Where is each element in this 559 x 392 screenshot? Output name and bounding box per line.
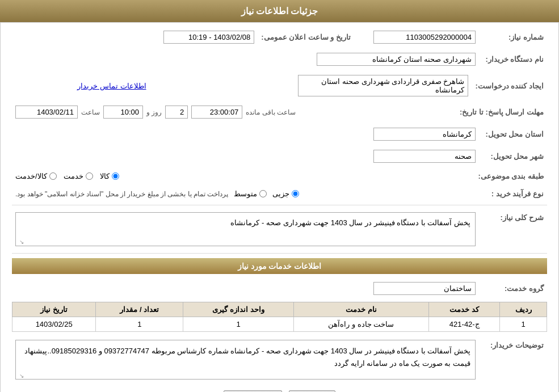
category-option-kala-khedmat-label: کالا/خدمت: [15, 172, 47, 180]
purchase-type-medium-label: متوسط: [234, 189, 257, 198]
purchase-type-radio-medium[interactable]: [259, 190, 267, 197]
deadline-label: مهلت ارسال پاسخ: تا تاریخ:: [456, 103, 547, 121]
requester-label: ایجاد کننده درخواست:: [472, 73, 547, 99]
buyer-notes-box: پخش آسفالت با دستگاه فینیشر در سال 1403 …: [15, 340, 476, 380]
deadline-days-label: روز و: [146, 108, 162, 116]
resize-handle[interactable]: ↘: [17, 238, 24, 245]
deadline-time-value: 10:00: [103, 106, 143, 119]
need-description-label: شرح کلی نیاز:: [479, 210, 547, 248]
table-row: 1 ج-42-421 ساخت جاده و راه‌آهن 1 1 1403/…: [12, 317, 547, 332]
category-option-khedmat-label: خدمت: [64, 172, 83, 180]
divider-1: [12, 205, 547, 205]
buyer-notes-text: پخش آسفالت با دستگاه فینیشر در سال 1403 …: [24, 347, 470, 368]
buyer-org-label: نام دستگاه خریدار:: [479, 50, 547, 68]
cell-service-code: ج-42-421: [429, 317, 500, 332]
purchase-type-medium[interactable]: متوسط: [234, 189, 267, 198]
divider-2: [12, 253, 547, 254]
cell-service-name: ساخت جاده و راه‌آهن: [293, 317, 428, 332]
services-table: ردیف کد خدمت نام خدمت واحد اندازه گیری ت…: [12, 302, 547, 332]
page-title: جزئیات اطلاعات نیاز: [0, 0, 559, 22]
service-group-value: ساختمان: [373, 282, 476, 295]
col-service-name: نام خدمت: [293, 302, 428, 317]
purchase-type-partial-label: جزیی: [272, 189, 289, 198]
deadline-days-value: 2: [165, 106, 188, 119]
need-number-label: شماره نیاز:: [479, 28, 547, 46]
need-description-box: پخش آسفالت با دستگاه فینیشر در سال 1403 …: [15, 212, 476, 246]
need-number-value: 1103005292000004: [373, 31, 476, 44]
cell-quantity: 1: [96, 317, 183, 332]
col-date: تاریخ نیاز: [12, 302, 96, 317]
category-radio-kala-khedmat[interactable]: [49, 172, 57, 180]
col-unit: واحد اندازه گیری: [183, 302, 293, 317]
need-description-text: پخش آسفالت با دستگاه فینیشر در سال 1403 …: [230, 218, 470, 227]
col-quantity: تعداد / مقدار: [96, 302, 183, 317]
category-option-kala-khedmat[interactable]: کالا/خدمت: [15, 172, 57, 180]
purchase-type-radio-partial[interactable]: [292, 190, 299, 197]
category-radio-khedmat[interactable]: [86, 172, 93, 180]
col-service-code: کد خدمت: [429, 302, 500, 317]
cell-row-num: 1: [500, 317, 547, 332]
category-label: طبقه بندی موضوعی:: [474, 170, 547, 183]
requester-value: شاهرخ صفری قراردادی شهرداری صحنه استان ک…: [298, 75, 468, 96]
deadline-remaining-label: ساعت باقی مانده: [246, 108, 296, 116]
date-label: تاریخ و ساعت اعلان عمومی:: [258, 28, 354, 46]
province-value: کرمانشاه: [373, 128, 476, 141]
services-section-title: اطلاعات خدمات مورد نیاز: [12, 258, 547, 274]
purchase-type-partial[interactable]: جزیی: [272, 189, 299, 198]
purchase-type-label: نوع فرآیند خرید :: [479, 187, 547, 200]
category-option-khedmat[interactable]: خدمت: [64, 172, 93, 180]
service-group-label: گروه خدمت:: [479, 280, 547, 297]
city-value: صحنه: [373, 150, 476, 163]
date-value: 1403/02/08 - 10:19: [163, 31, 254, 44]
buyer-notes-label: توضیحات خریدار:: [479, 338, 547, 382]
category-option-kala-label: کالا: [100, 172, 110, 180]
cell-unit: 1: [183, 317, 293, 332]
purchase-type-note: پرداخت تمام یا بخشی از مبلغ خریدار از مح…: [15, 190, 228, 198]
category-radio-kala[interactable]: [112, 172, 119, 180]
requester-contact-link[interactable]: اطلاعات تماس خریدار: [77, 82, 146, 90]
deadline-time-label: ساعت: [81, 108, 100, 116]
buyer-notes-resize[interactable]: ↘: [17, 371, 24, 378]
deadline-remaining-value: 23:00:07: [191, 106, 242, 119]
buyer-org-value: شهرداری صحنه استان کرمانشاه: [317, 53, 476, 66]
deadline-date: 1403/02/11: [15, 106, 78, 119]
col-row-num: ردیف: [500, 302, 547, 317]
cell-date: 1403/02/25: [12, 317, 96, 332]
province-label: استان محل تحویل:: [479, 125, 547, 143]
city-label: شهر محل تحویل:: [479, 147, 547, 165]
category-option-kala[interactable]: کالا: [100, 172, 119, 180]
